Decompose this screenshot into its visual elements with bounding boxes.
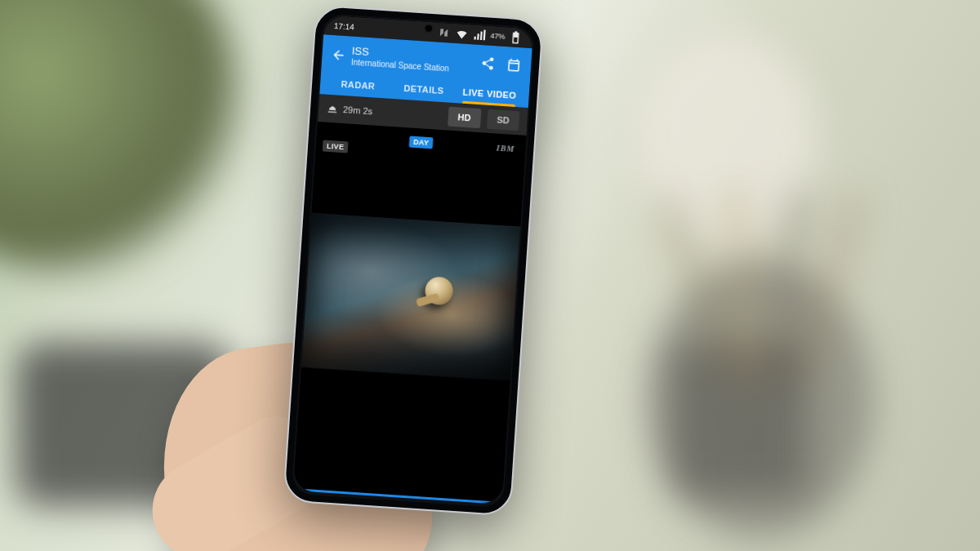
nfc-icon bbox=[436, 24, 452, 40]
video-earth-view bbox=[301, 213, 520, 381]
back-button[interactable] bbox=[327, 47, 350, 64]
tab-radar[interactable]: RADAR bbox=[324, 71, 391, 99]
phone-screen: 17:14 47% ISS International Space Statio… bbox=[293, 15, 533, 504]
status-time: 17:14 bbox=[334, 21, 355, 32]
arrow-left-icon bbox=[331, 47, 346, 63]
wifi-icon bbox=[454, 26, 470, 42]
live-chip: LIVE bbox=[323, 140, 349, 153]
signal-icon bbox=[472, 27, 488, 42]
calendar-button[interactable] bbox=[506, 57, 521, 76]
share-button[interactable] bbox=[479, 56, 495, 74]
phone-frame: 17:14 47% ISS International Space Statio… bbox=[283, 5, 544, 517]
share-icon bbox=[480, 56, 496, 71]
calendar-icon bbox=[506, 57, 522, 73]
tab-live-video[interactable]: LIVE VIDEO bbox=[456, 79, 523, 107]
hd-button[interactable]: HD bbox=[448, 107, 481, 129]
status-battery-pct: 47% bbox=[490, 32, 506, 41]
tab-details[interactable]: DETAILS bbox=[390, 75, 457, 103]
sd-button[interactable]: SD bbox=[487, 109, 520, 131]
countdown-text: 29m 2s bbox=[343, 104, 373, 116]
day-chip: DAY bbox=[409, 136, 434, 149]
battery-icon bbox=[508, 29, 523, 45]
live-video-area[interactable]: LIVE DAY IBM bbox=[293, 122, 526, 502]
sunset-icon bbox=[327, 103, 339, 115]
appbar-titles: ISS International Space Station bbox=[350, 45, 481, 75]
ibm-logo: IBM bbox=[492, 141, 519, 155]
